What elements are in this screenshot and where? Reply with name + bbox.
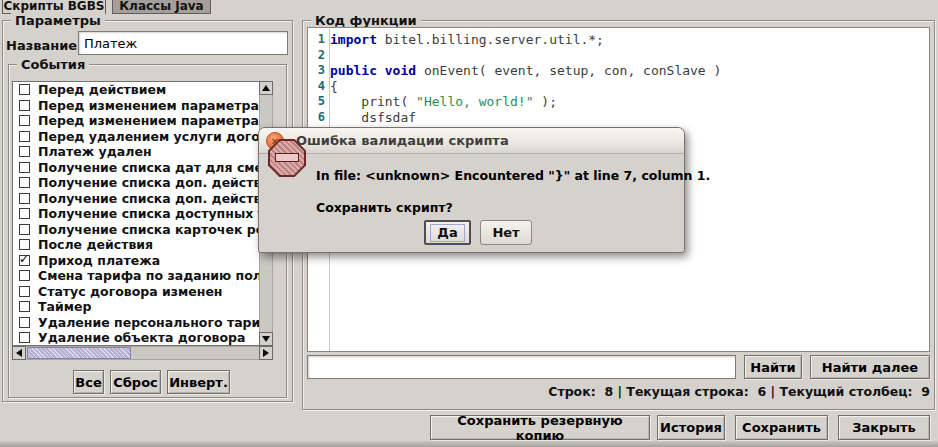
checkbox-unchecked[interactable] bbox=[19, 301, 30, 312]
find-next-button[interactable]: Найти далее bbox=[810, 355, 930, 379]
event-item-label: Перед изменением параметра объект bbox=[38, 113, 272, 129]
params-panel-title: Параметры bbox=[11, 13, 105, 28]
line-number: 2 bbox=[308, 48, 329, 64]
event-list-item[interactable]: Получение списка доступных тари bbox=[13, 206, 272, 222]
event-item-label: Смена тарифа по заданию пользова bbox=[38, 268, 272, 284]
event-item-label: Удаление персонального тарифно bbox=[38, 315, 272, 331]
save-backup-button[interactable]: Сохранить резервную копию bbox=[430, 415, 650, 440]
checkbox-unchecked[interactable] bbox=[19, 239, 30, 250]
invert-button[interactable]: Инверт. bbox=[167, 370, 230, 394]
event-item-label: Перед удалением услуги договора bbox=[38, 129, 272, 145]
checkbox-unchecked[interactable] bbox=[19, 84, 30, 95]
search-input[interactable] bbox=[307, 355, 736, 379]
yes-button[interactable]: Да bbox=[424, 220, 471, 245]
dialog-title: Ошибка валидации скрипта bbox=[296, 128, 509, 154]
event-item-label: Получение списка доп. действия bbox=[38, 191, 272, 207]
scroll-left-button[interactable] bbox=[12, 346, 26, 360]
scroll-up-button[interactable] bbox=[259, 81, 273, 95]
event-item-label: Приход платежа bbox=[38, 253, 160, 269]
tab-scripts-bgbs[interactable]: Скрипты BGBS bbox=[2, 0, 106, 14]
checkbox-unchecked[interactable] bbox=[19, 131, 30, 142]
select-all-button[interactable]: Все bbox=[73, 370, 104, 394]
event-item-label: Таймер bbox=[38, 299, 91, 315]
status-line: Строк: 8 | Текущая строка: 6 | Текущий с… bbox=[430, 384, 930, 399]
checkbox-unchecked[interactable] bbox=[19, 208, 30, 219]
event-item-label: Получение списка карточек регис bbox=[38, 222, 272, 238]
event-list-item[interactable]: Перед действием bbox=[13, 82, 272, 98]
line-number: 1 bbox=[308, 32, 329, 48]
event-list-item[interactable]: Перед удалением услуги договора bbox=[13, 129, 272, 145]
validation-error-dialog: ✕ Ошибка валидации скрипта In file: <unk… bbox=[258, 127, 685, 253]
code-line: dsfsdaf bbox=[330, 110, 929, 126]
dialog-titlebar[interactable]: ✕ Ошибка валидации скрипта bbox=[259, 128, 684, 154]
line-number: 5 bbox=[308, 94, 329, 110]
event-item-label: Перед действием bbox=[38, 82, 166, 98]
name-label: Название: bbox=[6, 38, 82, 53]
stop-error-icon bbox=[268, 139, 306, 177]
event-item-label: Удаление объекта договора bbox=[38, 330, 245, 346]
event-list-item[interactable]: Получение списка дат для смены bbox=[13, 160, 272, 176]
checkbox-unchecked[interactable] bbox=[19, 115, 30, 126]
event-list-item[interactable]: Статус договора изменен bbox=[13, 284, 272, 300]
event-list-item[interactable]: Удаление персонального тарифно bbox=[13, 315, 272, 331]
name-input[interactable] bbox=[78, 31, 288, 55]
event-item-label: Платеж удален bbox=[38, 144, 152, 160]
event-list-item[interactable]: Платеж удален bbox=[13, 144, 272, 160]
events-list[interactable]: Перед действиемПеред изменением параметр… bbox=[12, 81, 273, 346]
tab-classes-java[interactable]: Классы Java bbox=[112, 0, 211, 14]
event-list-item[interactable]: Перед изменением параметра объект bbox=[13, 113, 272, 129]
event-list-item[interactable]: ✓Приход платежа bbox=[13, 253, 272, 269]
event-list-item[interactable]: Получение списка карточек регис bbox=[13, 222, 272, 238]
reset-button[interactable]: Сброс bbox=[110, 370, 161, 394]
line-number: 3 bbox=[308, 63, 329, 79]
checkbox-unchecked[interactable] bbox=[19, 193, 30, 204]
application-window: Скрипты BGBS Классы Java Параметры Назва… bbox=[0, 0, 938, 447]
code-line: public void onEvent( event, setup, con, … bbox=[330, 63, 929, 79]
event-list-item[interactable]: Удаление объекта договора bbox=[13, 330, 272, 346]
no-button[interactable]: Нет bbox=[480, 220, 532, 245]
checkbox-unchecked[interactable] bbox=[19, 177, 30, 188]
line-number: 4 bbox=[308, 79, 329, 95]
checkbox-unchecked[interactable] bbox=[19, 100, 30, 111]
checkbox-unchecked[interactable] bbox=[19, 224, 30, 235]
window-bottom-edge bbox=[0, 441, 938, 447]
code-line: import bitel.billing.server.util.*; bbox=[330, 32, 929, 48]
event-item-label: После действия bbox=[38, 237, 153, 253]
checkbox-unchecked[interactable] bbox=[19, 332, 30, 343]
checkbox-checked[interactable]: ✓ bbox=[19, 255, 30, 266]
checkbox-unchecked[interactable] bbox=[19, 286, 30, 297]
code-panel-title: Код функции bbox=[311, 13, 421, 28]
event-list-item[interactable]: Смена тарифа по заданию пользова bbox=[13, 268, 272, 284]
dialog-question: Сохранить скрипт? bbox=[316, 200, 453, 215]
event-list-item[interactable]: Таймер bbox=[13, 299, 272, 315]
event-item-label: Получение списка доступных тари bbox=[38, 206, 272, 222]
event-list-item[interactable]: Получение списка доп. действия bbox=[13, 175, 272, 191]
event-item-label: Получение списка дат для смены bbox=[38, 160, 272, 176]
event-item-label: Статус договора изменен bbox=[38, 284, 223, 300]
event-item-label: Получение списка доп. действия bbox=[38, 175, 272, 191]
scroll-right-button[interactable] bbox=[259, 346, 273, 360]
yes-button-label: Да bbox=[430, 224, 464, 242]
hscroll-thumb[interactable] bbox=[27, 347, 131, 359]
event-list-item[interactable]: После действия bbox=[13, 237, 272, 253]
scroll-down-icon bbox=[262, 336, 270, 342]
scroll-down-button[interactable] bbox=[259, 332, 273, 346]
event-item-label: Перед изменением параметра догово bbox=[38, 98, 272, 114]
find-button[interactable]: Найти bbox=[744, 355, 802, 379]
event-list-item[interactable]: Перед изменением параметра догово bbox=[13, 98, 272, 114]
checkbox-unchecked[interactable] bbox=[19, 317, 30, 328]
line-number: 6 bbox=[308, 110, 329, 126]
code-line bbox=[330, 48, 929, 64]
checkbox-unchecked[interactable] bbox=[19, 270, 30, 281]
close-button[interactable]: Закрыть bbox=[838, 415, 930, 440]
events-panel-title: События bbox=[17, 57, 89, 72]
checkbox-unchecked[interactable] bbox=[19, 146, 30, 157]
checkbox-unchecked[interactable] bbox=[19, 162, 30, 173]
scroll-right-icon bbox=[263, 349, 269, 357]
event-list-item[interactable]: Получение списка доп. действия bbox=[13, 191, 272, 207]
history-button[interactable]: История bbox=[657, 415, 725, 440]
dialog-error-message: In file: <unknown> Encountered "}" at li… bbox=[316, 168, 710, 183]
code-line: print( "Hello, world!" ); bbox=[330, 94, 929, 110]
save-button[interactable]: Сохранить bbox=[735, 415, 828, 440]
scroll-left-icon bbox=[16, 349, 22, 357]
